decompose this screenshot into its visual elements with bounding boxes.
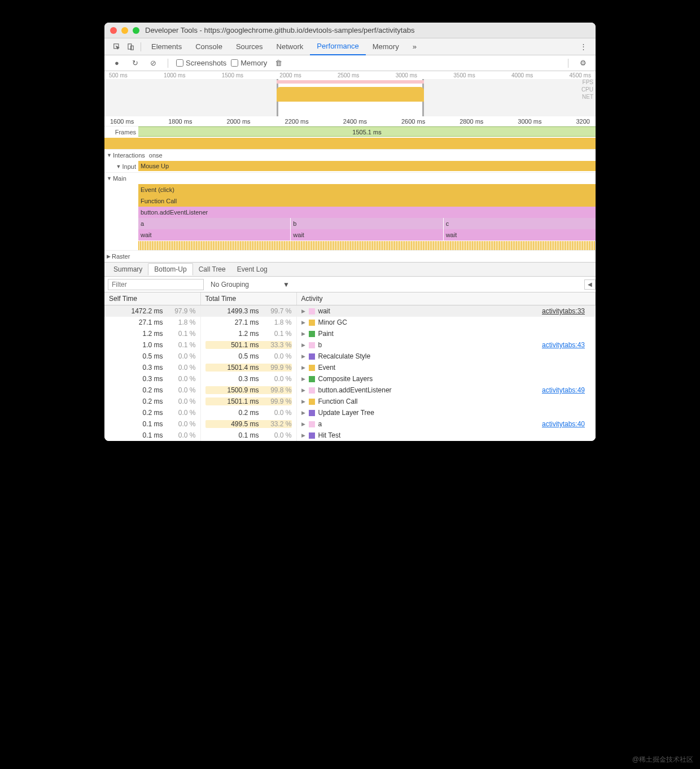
color-swatch xyxy=(309,410,315,416)
event-b[interactable]: b xyxy=(291,218,443,229)
titlebar: Developer Tools - https://googlechrome.g… xyxy=(104,23,596,38)
bottom-up-table: Self Time Total Time Activity 1472.2 ms9… xyxy=(104,292,596,441)
interactions-track[interactable]: ▼Interactions onse ▼Input Mouse Up xyxy=(104,150,596,173)
table-row[interactable]: 1.2 ms0.1 %1.2 ms0.1 %▶Paint xyxy=(104,328,596,339)
expand-icon[interactable]: ▶ xyxy=(301,410,305,416)
tab-memory[interactable]: Memory xyxy=(366,38,406,55)
tab-elements[interactable]: Elements xyxy=(145,38,189,55)
expand-icon[interactable]: ▶ xyxy=(301,399,305,404)
tab-network[interactable]: Network xyxy=(270,38,310,55)
source-link[interactable]: activitytabs:40 xyxy=(542,420,585,428)
event-wait[interactable]: wait xyxy=(138,229,290,241)
record-icon[interactable]: ● xyxy=(110,56,124,70)
table-row[interactable]: 0.1 ms0.0 %499.5 ms33.2 %▶aactivitytabs:… xyxy=(104,418,596,430)
frames-track[interactable]: Frames 1505.1 ms xyxy=(104,126,596,150)
gear-icon[interactable]: ⚙ xyxy=(576,56,590,70)
event-wait[interactable]: wait xyxy=(291,229,443,241)
overview-labels: FPSCPUNET xyxy=(581,79,593,100)
expand-icon[interactable]: ▶ xyxy=(301,421,305,427)
main-track[interactable]: ▼Main Event (click) Function Call button… xyxy=(104,173,596,251)
color-swatch xyxy=(309,308,315,314)
reload-icon[interactable]: ↻ xyxy=(128,56,142,70)
table-row[interactable]: 1472.2 ms97.9 %1499.3 ms99.7 %▶waitactiv… xyxy=(104,305,596,317)
color-swatch xyxy=(309,421,315,427)
frames-bar[interactable]: 1505.1 ms xyxy=(138,126,596,137)
table-row[interactable]: 0.5 ms0.0 %0.5 ms0.0 %▶Recalculate Style xyxy=(104,351,596,362)
minimize-icon[interactable] xyxy=(121,27,128,34)
overview-panel[interactable]: 500 ms1000 ms1500 ms2000 ms2500 ms3000 m… xyxy=(104,71,596,116)
fps-bar xyxy=(277,80,424,84)
tab-summary[interactable]: Summary xyxy=(108,264,148,275)
col-total-time[interactable]: Total Time xyxy=(200,292,296,305)
activity-name: Event xyxy=(318,364,336,372)
color-swatch xyxy=(309,432,315,439)
expand-icon[interactable]: ▶ xyxy=(301,331,305,337)
table-row[interactable]: 0.3 ms0.0 %1501.4 ms99.9 %▶Event xyxy=(104,362,596,373)
activity-name: b xyxy=(318,341,322,349)
expand-icon[interactable]: ▶ xyxy=(301,365,305,370)
event-c[interactable]: c xyxy=(444,218,596,229)
memory-checkbox[interactable]: Memory xyxy=(231,59,267,67)
trash-icon[interactable]: 🗑 xyxy=(272,56,285,70)
source-link[interactable]: activitytabs:49 xyxy=(542,386,585,394)
event-function-call[interactable]: Function Call xyxy=(138,195,596,207)
expand-icon[interactable]: ▶ xyxy=(301,387,305,393)
event-a[interactable]: a xyxy=(138,218,290,229)
tab-bottom-up[interactable]: Bottom-Up xyxy=(148,263,193,276)
source-link[interactable]: activitytabs:43 xyxy=(542,341,585,349)
inspect-icon[interactable] xyxy=(110,40,124,54)
event-wait[interactable]: wait xyxy=(444,229,596,241)
table-row[interactable]: 27.1 ms1.8 %27.1 ms1.8 %▶Minor GC xyxy=(104,317,596,328)
color-swatch xyxy=(309,320,315,326)
input-event[interactable]: Mouse Up xyxy=(138,161,596,171)
tab-event-log[interactable]: Event Log xyxy=(231,264,273,275)
tab-performance[interactable]: Performance xyxy=(310,38,365,55)
filter-input[interactable] xyxy=(108,279,204,290)
close-icon[interactable] xyxy=(110,27,117,34)
flame-chart[interactable]: 1600 ms1800 ms2000 ms2200 ms2400 ms2600 … xyxy=(104,116,596,262)
tab-console[interactable]: Console xyxy=(189,38,229,55)
filter-row: No Grouping▼ ◀ xyxy=(104,277,596,292)
source-link[interactable]: activitytabs:33 xyxy=(542,307,585,315)
table-row[interactable]: 0.3 ms0.0 %0.3 ms0.0 %▶Composite Layers xyxy=(104,373,596,384)
cpu-bar xyxy=(277,87,424,102)
main-tabs: Elements Console Sources Network Perform… xyxy=(104,38,596,55)
screenshots-checkbox[interactable]: Screenshots xyxy=(176,59,226,67)
tab-more[interactable]: » xyxy=(406,38,423,55)
activity-name: Hit Test xyxy=(318,431,341,439)
table-row[interactable]: 0.2 ms0.0 %0.2 ms0.0 %▶Update Layer Tree xyxy=(104,407,596,418)
devtools-window: Developer Tools - https://googlechrome.g… xyxy=(104,23,596,441)
color-swatch xyxy=(309,376,315,382)
overview-body[interactable]: FPSCPUNET xyxy=(104,79,596,116)
color-swatch xyxy=(309,331,315,337)
activity-name: Minor GC xyxy=(318,318,347,326)
grouping-select[interactable]: No Grouping▼ xyxy=(207,279,293,290)
device-icon[interactable] xyxy=(124,40,137,54)
table-row[interactable]: 1.0 ms0.1 %501.1 ms33.3 %▶bactivitytabs:… xyxy=(104,339,596,351)
frames-label: Frames xyxy=(104,126,138,138)
event-click[interactable]: Event (click) xyxy=(138,184,596,195)
col-self-time[interactable]: Self Time xyxy=(104,292,200,305)
perf-toolbar: ● ↻ ⊘ Screenshots Memory 🗑 ⚙ xyxy=(104,55,596,71)
expand-icon[interactable]: ▶ xyxy=(301,432,305,438)
table-row[interactable]: 0.2 ms0.0 %1501.1 ms99.9 %▶Function Call xyxy=(104,396,596,407)
table-row[interactable]: 0.2 ms0.0 %1500.9 ms99.8 %▶button.addEve… xyxy=(104,384,596,396)
event-listener[interactable]: button.addEventListener xyxy=(138,207,596,218)
kebab-icon[interactable]: ⋮ xyxy=(576,40,590,54)
maximize-icon[interactable] xyxy=(133,27,139,34)
raster-track[interactable]: ▶Raster xyxy=(104,251,596,262)
col-activity[interactable]: Activity xyxy=(296,292,596,305)
expand-icon[interactable]: ▶ xyxy=(301,320,305,325)
activity-name: a xyxy=(318,420,322,428)
clear-icon[interactable]: ⊘ xyxy=(146,56,160,70)
expand-icon[interactable]: ▶ xyxy=(301,353,305,359)
expand-icon[interactable]: ▶ xyxy=(301,308,305,314)
heaviest-stack-icon[interactable]: ◀ xyxy=(584,279,596,290)
color-swatch xyxy=(309,353,315,360)
tab-sources[interactable]: Sources xyxy=(229,38,270,55)
activity-name: wait xyxy=(318,307,330,315)
expand-icon[interactable]: ▶ xyxy=(301,342,305,348)
tab-call-tree[interactable]: Call Tree xyxy=(193,264,231,275)
expand-icon[interactable]: ▶ xyxy=(301,376,305,382)
table-row[interactable]: 0.1 ms0.0 %0.1 ms0.0 %▶Hit Test xyxy=(104,430,596,441)
